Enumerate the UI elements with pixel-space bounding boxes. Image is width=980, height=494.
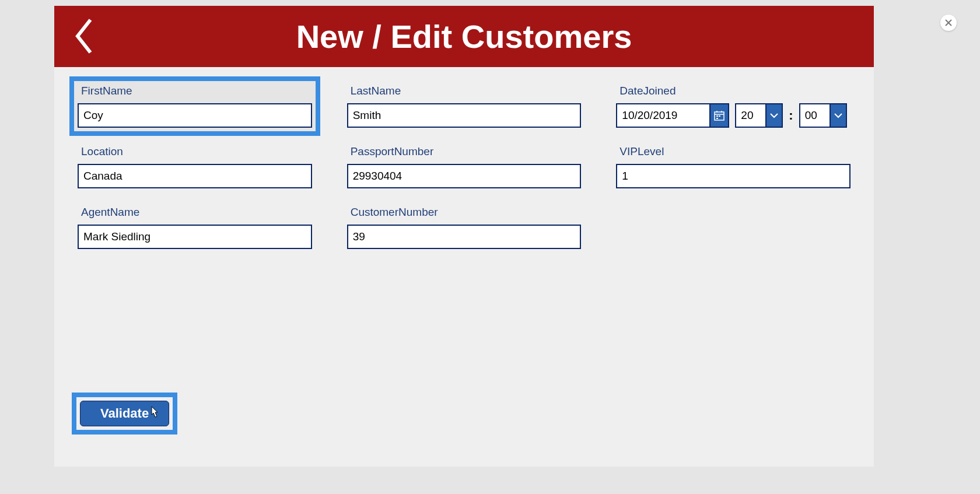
- chevron-left-icon: [72, 16, 95, 56]
- date-picker: [616, 103, 729, 128]
- field-customer-number: CustomerNumber: [347, 206, 582, 249]
- field-location: Location: [78, 145, 312, 188]
- minute-select: [799, 103, 847, 128]
- hour-select: [735, 103, 783, 128]
- last-name-label: LastName: [347, 85, 582, 97]
- panel-header: New / Edit Customers: [54, 6, 874, 67]
- last-name-input[interactable]: [347, 103, 582, 128]
- minute-dropdown-button[interactable]: [830, 103, 847, 128]
- cursor-icon: [149, 406, 159, 419]
- edit-customer-panel: New / Edit Customers FirstName LastName …: [54, 6, 874, 467]
- hour-input[interactable]: [735, 103, 765, 128]
- close-button[interactable]: [940, 15, 957, 31]
- field-date-joined: DateJoined :: [616, 85, 850, 128]
- first-name-input[interactable]: [78, 103, 312, 128]
- svg-rect-6: [716, 115, 718, 117]
- date-joined-input[interactable]: [616, 103, 709, 128]
- field-agent-name: AgentName: [78, 206, 312, 249]
- agent-name-input[interactable]: [78, 225, 312, 249]
- date-joined-label: DateJoined: [616, 85, 850, 97]
- time-separator: :: [789, 108, 793, 123]
- button-area: Validate: [72, 393, 177, 435]
- date-joined-group: :: [616, 103, 850, 128]
- vip-level-input[interactable]: [616, 164, 850, 188]
- passport-number-input[interactable]: [347, 164, 582, 188]
- form-area: FirstName LastName DateJoined: [54, 67, 874, 267]
- field-passport-number: PassportNumber: [347, 145, 582, 188]
- back-button[interactable]: [72, 16, 95, 56]
- agent-name-label: AgentName: [78, 206, 312, 219]
- validate-button[interactable]: Validate: [80, 401, 169, 426]
- vip-level-label: VIPLevel: [616, 145, 850, 158]
- close-icon: [945, 19, 952, 26]
- customer-number-label: CustomerNumber: [347, 206, 582, 219]
- page-title: New / Edit Customers: [54, 17, 874, 55]
- svg-rect-7: [719, 115, 720, 117]
- svg-rect-8: [716, 118, 718, 119]
- minute-input[interactable]: [799, 103, 830, 128]
- date-picker-button[interactable]: [709, 103, 729, 128]
- hour-dropdown-button[interactable]: [765, 103, 783, 128]
- passport-number-label: PassportNumber: [347, 145, 582, 158]
- validate-label: Validate: [100, 406, 149, 421]
- validate-highlight: Validate: [72, 393, 177, 435]
- first-name-label: FirstName: [78, 85, 312, 97]
- field-vip-level: VIPLevel: [616, 145, 850, 188]
- field-last-name: LastName: [347, 85, 582, 128]
- field-first-name: FirstName: [69, 76, 320, 136]
- customer-number-input[interactable]: [347, 225, 582, 249]
- chevron-down-icon: [769, 113, 779, 118]
- location-label: Location: [78, 145, 312, 158]
- calendar-icon: [714, 110, 724, 121]
- location-input[interactable]: [78, 164, 312, 188]
- chevron-down-icon: [834, 113, 843, 118]
